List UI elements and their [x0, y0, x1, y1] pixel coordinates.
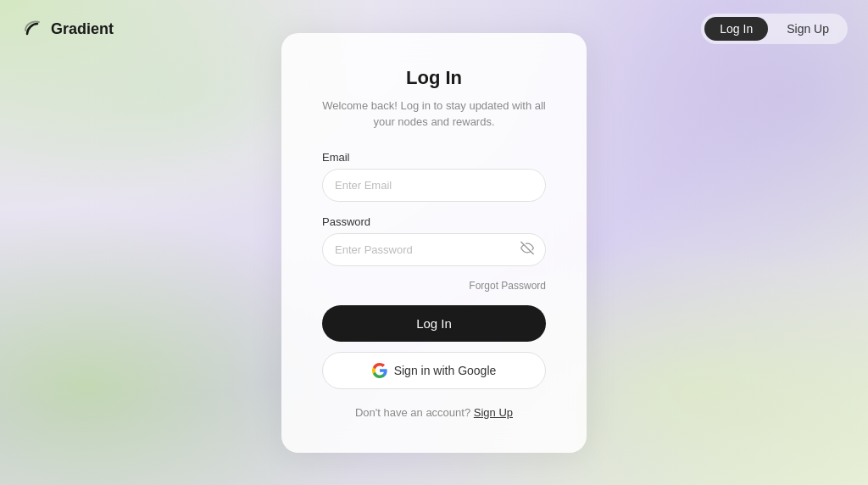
email-group: Email	[322, 151, 546, 202]
gradient-logo-icon	[20, 17, 44, 41]
email-label: Email	[322, 151, 546, 164]
email-input[interactable]	[322, 169, 546, 202]
signup-row: Don't have an account? Sign Up	[322, 406, 546, 419]
header: Gradient Log In Sign Up	[0, 0, 868, 58]
no-account-text: Don't have an account?	[355, 406, 470, 419]
password-group: Password	[322, 215, 546, 266]
google-logo-icon	[372, 363, 387, 378]
password-wrapper	[322, 233, 546, 266]
password-input[interactable]	[322, 233, 546, 266]
signup-nav-button[interactable]: Sign Up	[771, 17, 844, 41]
login-nav-button[interactable]: Log In	[704, 17, 768, 41]
forgot-password-link[interactable]: Forgot Password	[469, 280, 546, 292]
card-subtitle: Welcome back! Log in to stay updated wit…	[322, 98, 546, 131]
google-button-label: Sign in with Google	[394, 364, 497, 377]
header-nav: Log In Sign Up	[701, 14, 848, 44]
main-content: Log In Welcome back! Log in to stay upda…	[0, 0, 868, 485]
google-signin-button[interactable]: Sign in with Google	[322, 352, 546, 389]
toggle-password-icon[interactable]	[520, 242, 534, 258]
logo-text: Gradient	[51, 20, 114, 38]
password-label: Password	[322, 215, 546, 228]
logo: Gradient	[20, 17, 114, 41]
signup-link[interactable]: Sign Up	[474, 406, 513, 419]
login-card: Log In Welcome back! Log in to stay upda…	[281, 33, 587, 453]
forgot-row: Forgot Password	[322, 280, 546, 292]
login-button[interactable]: Log In	[322, 305, 546, 342]
card-title: Log In	[322, 67, 546, 89]
